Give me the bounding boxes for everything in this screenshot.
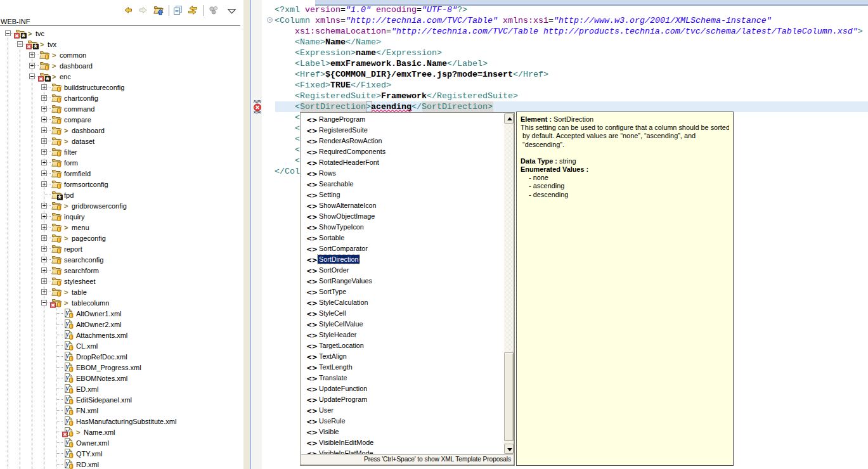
tree-item-searchconfig[interactable]: searchconfig bbox=[0, 254, 243, 265]
proposal-item-targetlocation[interactable]: <>TargetLocation bbox=[301, 340, 503, 351]
tree-item-owner-xml[interactable]: yOwner.xml bbox=[0, 437, 243, 448]
up-button[interactable] bbox=[153, 5, 164, 16]
synchronize-disabled-button[interactable] bbox=[209, 5, 219, 16]
proposal-item-setting[interactable]: <>Setting bbox=[301, 190, 503, 200]
collapse-toggle[interactable] bbox=[17, 41, 23, 47]
tree-item-buildstructureconfig[interactable]: buildstructureconfig bbox=[0, 82, 243, 93]
tree-item-formfield[interactable]: formfield bbox=[0, 168, 243, 179]
tree-item-tvx[interactable]: *>tvx bbox=[0, 39, 243, 49]
tree-item-stylesheet[interactable]: stylesheet bbox=[0, 276, 243, 286]
tree-item-report[interactable]: report bbox=[0, 243, 243, 254]
proposal-item-rotatedheaderfont[interactable]: <>RotatedHeaderFont bbox=[301, 157, 503, 168]
proposal-scrollbar[interactable] bbox=[504, 113, 514, 454]
expand-toggle[interactable] bbox=[41, 127, 47, 133]
proposal-item-requiredcomponents[interactable]: <>RequiredComponents bbox=[301, 146, 503, 157]
expand-toggle[interactable] bbox=[41, 224, 47, 230]
tree-item-tablecolumn[interactable]: >tablecolumn bbox=[0, 297, 243, 308]
expand-toggle[interactable] bbox=[41, 117, 47, 122]
proposal-item-registeredsuite[interactable]: <>RegisteredSuite bbox=[301, 125, 503, 136]
proposal-item-visible[interactable]: <>Visible bbox=[301, 427, 503, 437]
tree-item-chartconfig[interactable]: chartconfig bbox=[0, 93, 243, 103]
link-with-editor-button[interactable] bbox=[188, 5, 198, 16]
tree-item-filter[interactable]: filter bbox=[0, 146, 243, 157]
tree-item-form[interactable]: form bbox=[0, 157, 243, 168]
proposal-item-showobjectimage[interactable]: <>ShowObjectImage bbox=[301, 211, 503, 222]
tree-item-searchform[interactable]: searchform bbox=[0, 265, 243, 276]
expand-toggle[interactable] bbox=[41, 106, 47, 112]
tree-item-fn-xml[interactable]: yFN.xml bbox=[0, 405, 243, 416]
expand-toggle[interactable] bbox=[41, 84, 47, 90]
expand-toggle[interactable] bbox=[41, 181, 47, 187]
proposal-item-stylecalculation[interactable]: <>StyleCalculation bbox=[301, 297, 503, 308]
tree-item-attachments-xml[interactable]: yAttachments.xml bbox=[0, 330, 243, 340]
tree-item-ed-xml[interactable]: yED.xml bbox=[0, 383, 243, 394]
expand-toggle[interactable] bbox=[41, 235, 47, 241]
proposal-item-user[interactable]: <>User bbox=[301, 405, 503, 416]
proposal-item-rangeprogram[interactable]: <>RangeProgram bbox=[301, 114, 503, 125]
tree-item-formsortconfig[interactable]: formsortconfig bbox=[0, 179, 243, 190]
proposal-item-sorttype[interactable]: <>SortType bbox=[301, 286, 503, 297]
expand-toggle[interactable] bbox=[41, 278, 47, 284]
expand-toggle[interactable] bbox=[41, 203, 47, 209]
tree-item-altowner2-xml[interactable]: yAltOwner2.xml bbox=[0, 319, 243, 330]
tree-item-menu[interactable]: >menu bbox=[0, 222, 243, 233]
tree-item-qty-xml[interactable]: yQTY.xml bbox=[0, 448, 243, 459]
proposal-item-sortrangevalues[interactable]: <>SortRangeValues bbox=[301, 276, 503, 286]
expand-toggle[interactable] bbox=[41, 138, 47, 144]
panel-sash[interactable] bbox=[243, 0, 250, 469]
tree-item-editsidepanel-xml[interactable]: yEditSidepanel.xml bbox=[0, 394, 243, 405]
expand-toggle[interactable] bbox=[41, 289, 47, 295]
expand-toggle[interactable] bbox=[41, 95, 47, 101]
tree-item-cl-xml[interactable]: yCL.xml bbox=[0, 340, 243, 351]
scroll-up-button[interactable] bbox=[504, 113, 514, 124]
tree-item-tvc[interactable]: *>tvc bbox=[0, 28, 243, 39]
expand-toggle[interactable] bbox=[29, 52, 35, 58]
fold-collapse-icon[interactable] bbox=[267, 17, 273, 23]
expand-toggle[interactable] bbox=[41, 170, 47, 176]
proposal-item-visibleineditmode[interactable]: <>VisibleInEditMode bbox=[301, 437, 503, 448]
expand-toggle[interactable] bbox=[41, 214, 47, 219]
tree-item-fpd[interactable]: *fpd bbox=[0, 190, 243, 200]
tree-item-droprefdoc-xml[interactable]: yDropRefDoc.xml bbox=[0, 351, 243, 362]
proposal-item-renderasrowaction[interactable]: <>RenderAsRowAction bbox=[301, 136, 503, 146]
tree-item-dataset[interactable]: >dataset bbox=[0, 136, 243, 146]
tree-item-altowner1-xml[interactable]: yAltOwner1.xml bbox=[0, 308, 243, 319]
proposal-item-textalign[interactable]: <>TextAlign bbox=[301, 351, 503, 362]
tree-item-pageconfig[interactable]: >pageconfig bbox=[0, 233, 243, 243]
proposal-item-sortorder[interactable]: <>SortOrder bbox=[301, 265, 503, 276]
tree-item-hasmanufacturingsubstitute-xml[interactable]: yHasManufacturingSubstitute.xml bbox=[0, 416, 243, 427]
expand-toggle[interactable] bbox=[29, 63, 35, 68]
proposal-item-styleheader[interactable]: <>StyleHeader bbox=[301, 330, 503, 340]
expand-toggle[interactable] bbox=[41, 160, 47, 165]
proposal-item-sortdirection[interactable]: <>SortDirection bbox=[301, 254, 503, 265]
scrollbar-thumb[interactable] bbox=[504, 352, 514, 441]
proposal-list[interactable]: <>RangeProgram<>RegisteredSuite<>RenderA… bbox=[301, 113, 503, 454]
view-menu-button[interactable] bbox=[228, 6, 238, 16]
tree-item-dashboard[interactable]: >dashboard bbox=[0, 60, 243, 71]
tree-item-table[interactable]: >table bbox=[0, 286, 243, 297]
proposal-item-updateprogram[interactable]: <>UpdateProgram bbox=[301, 394, 503, 405]
expand-toggle[interactable] bbox=[41, 246, 47, 252]
tree-item-ebomnotes-xml[interactable]: yEBOMNotes.xml bbox=[0, 373, 243, 383]
expand-toggle[interactable] bbox=[41, 149, 47, 155]
proposal-item-stylecellvalue[interactable]: <>StyleCellValue bbox=[301, 319, 503, 330]
back-button[interactable] bbox=[123, 5, 134, 16]
tree-item-command[interactable]: command bbox=[0, 103, 243, 114]
tree-item-inquiry[interactable]: inquiry bbox=[0, 211, 243, 222]
tree-item-name-xml[interactable]: y>Name.xml bbox=[0, 427, 243, 437]
proposal-item-sortable[interactable]: <>Sortable bbox=[301, 233, 503, 243]
collapse-toggle[interactable] bbox=[41, 300, 47, 305]
proposal-item-sortcomparator[interactable]: <>SortComparator bbox=[301, 243, 503, 254]
proposal-item-rows[interactable]: <>Rows bbox=[301, 168, 503, 179]
collapse-toggle[interactable] bbox=[5, 30, 11, 36]
proposal-item-showalternateicon[interactable]: <>ShowAlternateIcon bbox=[301, 200, 503, 211]
tree-item-ebom_progress-xml[interactable]: yEBOM_Progress.xml bbox=[0, 362, 243, 373]
collapse-all-button[interactable] bbox=[173, 5, 184, 16]
expand-toggle[interactable] bbox=[41, 257, 47, 262]
error-annotation-icon[interactable] bbox=[254, 103, 261, 114]
tree-item-dashboard[interactable]: >dashboard bbox=[0, 125, 243, 136]
scroll-down-button[interactable] bbox=[504, 444, 514, 454]
proposal-item-userule[interactable]: <>UseRule bbox=[301, 416, 503, 427]
proposal-item-textlength[interactable]: <>TextLength bbox=[301, 362, 503, 373]
tree-item-enc[interactable]: *>enc bbox=[0, 71, 243, 82]
